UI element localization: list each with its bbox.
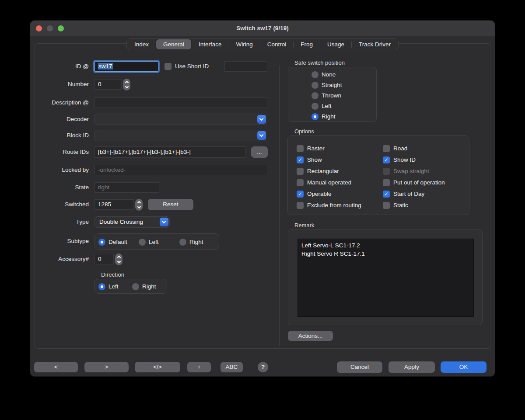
xml-button[interactable]: </> — [135, 362, 180, 372]
block-id-combobox[interactable] — [94, 130, 267, 141]
cancel-button[interactable]: Cancel — [337, 361, 382, 373]
close-button[interactable] — [36, 25, 42, 31]
option-raster[interactable]: Raster — [297, 145, 325, 152]
state-label: State — [30, 182, 89, 193]
chevron-down-icon[interactable] — [257, 115, 266, 124]
type-combobox[interactable]: Double Crossing — [94, 216, 170, 228]
short-id-input[interactable] — [224, 61, 267, 72]
direction-radio-right[interactable]: Right — [132, 283, 156, 290]
tab-interface[interactable]: Interface — [192, 39, 229, 49]
radio-label: Left — [108, 283, 119, 290]
number-input[interactable]: 0 — [94, 79, 122, 90]
checkbox-on-icon — [383, 191, 390, 198]
option-show[interactable]: Show — [297, 156, 322, 163]
tab-frog[interactable]: Frog — [294, 39, 320, 49]
option-swap-straight: Swap straight — [383, 167, 429, 175]
checkbox-label: Put out of operation — [393, 179, 445, 186]
remark-textarea[interactable]: Left Servo-L SC1-17.2 Right Servo R SC1-… — [298, 239, 474, 317]
prev-button[interactable]: < — [34, 362, 78, 372]
number-label: Number — [30, 79, 89, 90]
tab-control[interactable]: Control — [260, 39, 294, 49]
add-button[interactable]: + — [187, 362, 211, 372]
decoder-label: Decoder — [30, 114, 89, 125]
chevron-down-icon[interactable] — [257, 131, 266, 140]
dialog-window: Switch sw17 (9/19) Index General Interfa… — [30, 20, 495, 377]
option-rectangular[interactable]: Rectangular — [297, 167, 339, 175]
radio-off-icon — [139, 239, 146, 246]
tab-usage[interactable]: Usage — [320, 39, 351, 49]
apply-button[interactable]: Apply — [388, 361, 435, 373]
option-operable[interactable]: Operable — [297, 190, 332, 198]
radio-label: Left — [149, 239, 159, 245]
checkbox-off-icon — [383, 145, 390, 152]
checkbox-label: Raster — [307, 145, 325, 152]
safe-switch-radio-none[interactable]: None — [312, 71, 342, 78]
safe-switch-radio-straight[interactable]: Straight — [312, 81, 342, 89]
window-title: Switch sw17 (9/19) — [30, 21, 495, 36]
radio-off-icon — [312, 103, 318, 110]
route-ids-label: Route IDs — [30, 147, 89, 157]
checkbox-off-icon — [383, 202, 390, 209]
use-short-id-checkbox[interactable] — [164, 63, 172, 70]
checkbox-label: Rectangular — [307, 168, 339, 174]
switched-input[interactable]: 1285 — [94, 199, 134, 210]
direction-radio-left[interactable]: Left — [98, 283, 119, 290]
route-ids-browse-button[interactable]: ... — [251, 146, 268, 158]
safe-switch-group: None Straight Thrown Left Right — [288, 67, 377, 122]
tab-general[interactable]: General — [156, 39, 191, 49]
subtype-radio-left[interactable]: Left — [139, 238, 159, 246]
description-input[interactable] — [94, 97, 267, 108]
stepper-up-icon — [137, 201, 140, 205]
selected-text: sw17 — [98, 63, 113, 69]
radio-label: Default — [108, 239, 127, 245]
accessory-stepper[interactable] — [115, 253, 122, 265]
checkbox-disabled-icon — [383, 168, 390, 175]
subtype-group: Default Left Right — [94, 233, 219, 250]
help-button[interactable]: ? — [258, 362, 268, 372]
stepper-down-icon — [125, 85, 128, 88]
option-start-of-day[interactable]: Start of Day — [383, 190, 424, 198]
option-exclude-from-routing[interactable]: Exclude from routing — [297, 201, 361, 209]
option-show-id[interactable]: Show ID — [383, 156, 416, 163]
checkbox-off-icon — [383, 179, 390, 186]
checkbox-label: Exclude from routing — [307, 202, 361, 208]
checkbox-label: Static — [393, 202, 408, 208]
next-button[interactable]: > — [84, 362, 129, 372]
minimize-button[interactable] — [47, 25, 53, 31]
id-input[interactable]: sw17 — [94, 61, 158, 72]
abc-button[interactable]: ABC — [220, 362, 243, 372]
reset-button[interactable]: Reset — [148, 199, 193, 210]
option-static[interactable]: Static — [383, 201, 408, 209]
safe-switch-radio-left[interactable]: Left — [312, 102, 342, 110]
radio-label: Right — [189, 239, 203, 245]
tab-index[interactable]: Index — [127, 39, 156, 49]
ok-button[interactable]: OK — [441, 361, 486, 373]
switched-stepper[interactable] — [135, 199, 143, 211]
accessory-input[interactable]: 0 — [94, 254, 114, 264]
zoom-window-button[interactable] — [58, 25, 64, 31]
option-put-out-of-operation[interactable]: Put out of operation — [383, 179, 445, 186]
checkbox-off-icon — [297, 179, 304, 186]
type-label: Type — [30, 217, 89, 227]
state-field: right — [94, 182, 159, 193]
subtype-radio-default[interactable]: Default — [98, 238, 127, 246]
option-road[interactable]: Road — [383, 145, 407, 152]
subtype-radio-right[interactable]: Right — [179, 238, 203, 246]
option-manual-operated[interactable]: Manual operated — [297, 179, 351, 186]
actions-button[interactable]: Actions... — [288, 331, 333, 341]
radio-off-icon — [312, 71, 318, 78]
decoder-combobox[interactable] — [94, 114, 267, 125]
tab-wiring[interactable]: Wiring — [229, 39, 260, 49]
checkbox-off-icon — [297, 168, 304, 175]
tab-bar: Index General Interface Wiring Control F… — [126, 38, 399, 50]
tab-track-driver[interactable]: Track Driver — [352, 39, 398, 49]
checkbox-label: Swap straight — [393, 168, 429, 174]
number-stepper[interactable] — [123, 79, 130, 90]
route-ids-input[interactable]: [b3+]-[b17+],[b17+]-[b3-],[b1+]-[b3-] — [94, 146, 245, 158]
chevron-down-icon[interactable] — [160, 218, 168, 226]
safe-switch-radio-right[interactable]: Right — [312, 113, 342, 120]
safe-switch-radio-thrown[interactable]: Thrown — [312, 92, 342, 99]
checkbox-label: Start of Day — [393, 191, 424, 197]
safe-switch-position-label: Safe switch position — [294, 59, 345, 66]
subtype-label: Subtype — [30, 236, 89, 246]
